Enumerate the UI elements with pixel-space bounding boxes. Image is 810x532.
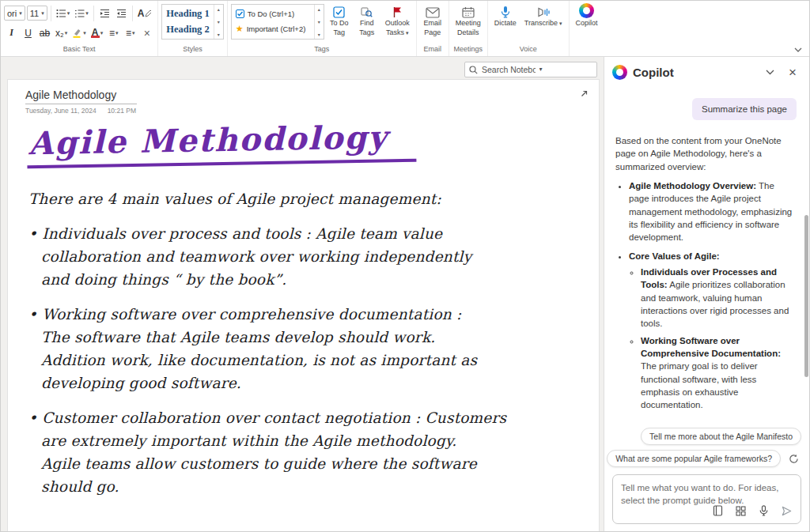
numbering-button[interactable]: ▾ <box>73 6 90 21</box>
font-name-value: ori <box>7 9 17 18</box>
style-heading2[interactable]: Heading 2 <box>166 24 210 36</box>
group-label-copilot <box>573 44 601 56</box>
line-spacing-label: ≡ <box>126 28 131 39</box>
dictate-label: Dictate <box>494 20 517 28</box>
chevron-down-icon: ▾ <box>406 30 409 36</box>
italic-button[interactable]: I <box>4 25 19 41</box>
ink-line: developing good software. <box>28 372 582 394</box>
styles-gallery-scroll[interactable]: ▴ ▾ ▾ <box>214 5 223 39</box>
find-tags-label1: Find <box>360 20 374 28</box>
page-header: Agile Methodology Tuesday, June 11, 2024… <box>25 88 137 115</box>
ribbon-group-basic-text: ori ▾ 11 ▾ ▾ <box>1 1 158 56</box>
workspace: Search Notebooks ▾ Agile Methodology Tue… <box>1 57 809 531</box>
gallery-more-icon[interactable]: ▾ <box>218 32 220 37</box>
clear-formatting-button[interactable]: × <box>139 25 154 41</box>
bullets-button[interactable]: ▾ <box>55 6 72 21</box>
highlighter-button[interactable]: ▾ <box>70 25 88 41</box>
numbered-list-icon <box>74 9 85 18</box>
send-button[interactable] <box>779 504 793 518</box>
notebook-page[interactable]: Agile Methodology Tuesday, June 11, 2024… <box>7 79 600 531</box>
line-spacing-button[interactable]: ≡ ▾ <box>123 25 138 41</box>
copilot-collapse-button[interactable] <box>761 63 778 81</box>
page-title[interactable]: Agile Methodology <box>25 89 137 104</box>
chevron-down-icon <box>766 70 774 75</box>
ink-heading: Agile Methodology <box>27 118 417 169</box>
ribbon-collapse-button[interactable] <box>792 45 804 55</box>
increase-indent-icon <box>116 9 127 18</box>
outlook-tasks-label1: Outlook <box>385 20 410 28</box>
scroll-down-icon[interactable]: ▾ <box>318 19 320 25</box>
calendar-icon <box>462 6 475 18</box>
strikethrough-label: ab <box>40 28 50 39</box>
subscript-button[interactable]: x₂ ▾ <box>54 25 69 41</box>
response-bullet: Agile Methodology Overview: The page int… <box>629 179 797 244</box>
scroll-down-icon[interactable]: ▾ <box>218 19 220 25</box>
style-heading1[interactable]: Heading 1 <box>166 8 210 20</box>
copilot-chat: Summarize this page Based on the content… <box>615 90 797 413</box>
gallery-more-icon[interactable]: ▾ <box>318 32 320 37</box>
copilot-close-button[interactable]: × <box>784 63 801 81</box>
refresh-suggestions-button[interactable] <box>785 451 801 466</box>
font-size-select[interactable]: 11 ▾ <box>27 6 47 21</box>
alignment-button[interactable]: ≡ ▾ <box>106 25 121 41</box>
increase-indent-button[interactable] <box>114 6 129 21</box>
expand-icon <box>579 89 589 99</box>
font-color-button[interactable]: A ▾ <box>89 25 105 41</box>
copilot-panel-title: Copilot <box>633 66 755 79</box>
ink-line: and doing things “ by the book”. <box>28 268 582 291</box>
response-sub-bullet: Individuals over Processes and Tools: Ag… <box>641 266 797 330</box>
strikethrough-button[interactable]: ab <box>37 25 52 41</box>
decrease-indent-button[interactable] <box>97 6 112 21</box>
todo-tag-button[interactable]: To Do Tag <box>327 3 352 38</box>
highlighter-icon <box>72 28 82 38</box>
chevron-down-icon: ▾ <box>115 30 119 36</box>
change-case-button[interactable]: A <box>136 6 153 21</box>
ribbon-group-meetings: Meeting Details Meetings <box>449 1 488 56</box>
copilot-response-list: Agile Methodology Overview: The page int… <box>629 179 797 413</box>
transcribe-button[interactable]: Transcribe ▾ <box>521 3 566 29</box>
copilot-suggestions: Tell me more about the Agile Manifesto W… <box>612 428 801 467</box>
dictate-button[interactable]: Dictate <box>491 3 520 29</box>
copilot-ribbon-button[interactable]: Copilot <box>573 3 601 29</box>
chevron-down-icon: ▾ <box>100 30 104 36</box>
bullet-list-icon <box>56 9 66 18</box>
user-message-chip: Summarize this page <box>692 98 797 120</box>
scroll-up-icon[interactable]: ▴ <box>218 6 220 12</box>
search-notebooks-box[interactable]: Search Notebooks ▾ <box>464 62 597 77</box>
bullet-title: Agile Methodology Overview: <box>629 181 756 191</box>
ribbon: ori ▾ 11 ▾ ▾ <box>1 1 809 57</box>
scroll-up-icon[interactable]: ▴ <box>318 6 320 12</box>
prompt-guide-button[interactable] <box>710 504 725 518</box>
meeting-details-button[interactable]: Meeting Details <box>452 3 484 38</box>
find-tags-button[interactable]: Find Tags <box>354 3 380 38</box>
outlook-tasks-label2: Tasks <box>386 29 404 37</box>
chevron-down-icon: ▾ <box>19 10 22 16</box>
tags-gallery-scroll[interactable]: ▴ ▾ ▾ <box>314 5 324 39</box>
underline-button[interactable]: U <box>21 25 36 41</box>
copilot-input-box[interactable]: Tell me what you want to do. For ideas, … <box>612 474 801 524</box>
ribbon-group-styles: Heading 1 Heading 2 ▴ ▾ ▾ Styles <box>158 1 228 56</box>
ink-line: The software that Agile teams develop sh… <box>28 326 582 349</box>
ink-line: are extremely important within the Agile… <box>28 429 582 452</box>
voice-input-button[interactable] <box>756 504 770 518</box>
copilot-logo-icon <box>579 3 594 18</box>
suggestion-chip[interactable]: What are some popular Agile frameworks? <box>607 450 781 467</box>
email-page-button[interactable]: Email Page <box>420 3 445 38</box>
group-label-meetings: Meetings <box>452 44 484 56</box>
suggestion-chip[interactable]: Tell me more about the Agile Manifesto <box>641 428 801 445</box>
subscript-label: x₂ <box>55 28 64 39</box>
font-color-swatch <box>91 36 100 38</box>
tag-important[interactable]: ★ Important (Ctrl+2) <box>236 24 310 34</box>
ribbon-group-copilot: Copilot <box>570 1 604 56</box>
tag-important-label: Important (Ctrl+2) <box>247 25 306 33</box>
expand-page-button[interactable] <box>577 86 591 100</box>
tag-todo[interactable]: To Do (Ctrl+1) <box>236 9 310 18</box>
divider <box>132 6 133 21</box>
apps-grid-button[interactable] <box>733 504 748 518</box>
chevron-down-icon: ▾ <box>65 30 68 36</box>
outlook-tasks-button[interactable]: Outlook Tasks ▾ <box>382 3 413 38</box>
search-icon <box>469 66 478 74</box>
copilot-scrollbar-thumb[interactable] <box>804 215 808 377</box>
styles-gallery: Heading 1 Heading 2 ▴ ▾ ▾ <box>161 4 224 40</box>
font-name-select[interactable]: ori ▾ <box>4 6 25 21</box>
